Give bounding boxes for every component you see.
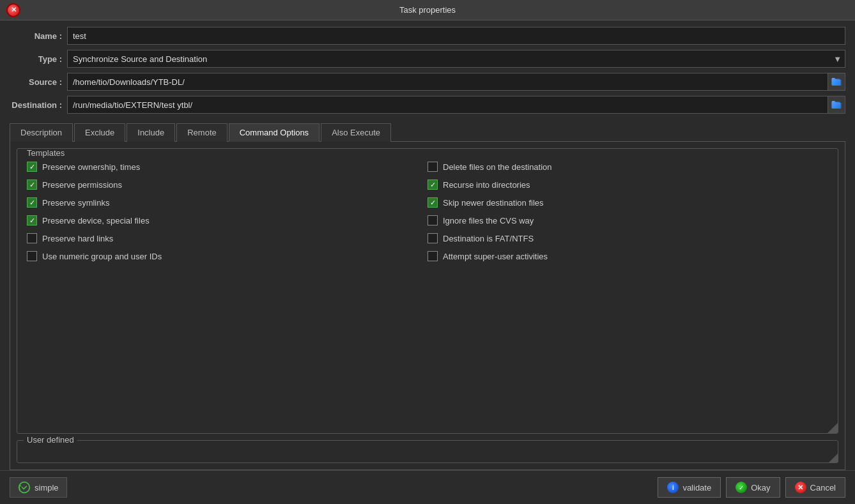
tab-command-options[interactable]: Command Options <box>229 123 320 142</box>
checkbox-preserve-ownership-box[interactable] <box>27 162 37 172</box>
checkbox-preserve-permissions-box[interactable] <box>27 179 37 190</box>
simple-label: simple <box>35 483 59 493</box>
window-title: Task properties <box>399 5 456 15</box>
cancel-label: Cancel <box>810 483 836 493</box>
cancel-icon: ✕ <box>795 482 806 493</box>
checkbox-skip-newer-box[interactable] <box>427 197 438 208</box>
user-defined-group: User defined <box>17 440 838 463</box>
checkbox-destination-fat-box[interactable] <box>427 233 438 243</box>
checkbox-delete-files-label: Delete files on the destination <box>443 162 552 172</box>
name-row: Name : <box>10 27 845 45</box>
type-select-wrapper: Synchronize Source and Destination ▼ <box>67 50 845 68</box>
action-buttons: i validate ✓ Okay ✕ Cancel <box>658 477 845 498</box>
templates-group: Templates Preserve ownership, times Pres… <box>17 148 838 434</box>
checkbox-preserve-hard-links[interactable]: Preserve hard links <box>27 233 427 243</box>
checkbox-destination-fat[interactable]: Destination is FAT/NTFS <box>427 233 828 243</box>
checkbox-preserve-hard-links-box[interactable] <box>27 233 37 243</box>
name-label: Name : <box>10 31 67 41</box>
checkbox-super-user-label: Attempt super-user activities <box>443 252 548 261</box>
group-box-corner-icon <box>825 420 838 433</box>
checkbox-preserve-symlinks-box[interactable] <box>27 197 37 208</box>
destination-input[interactable] <box>67 96 828 114</box>
checkbox-preserve-symlinks[interactable]: Preserve symlinks <box>27 197 427 208</box>
checkbox-preserve-permissions[interactable]: Preserve permissions <box>27 179 427 190</box>
checkbox-super-user-box[interactable] <box>427 251 438 261</box>
checkbox-preserve-permissions-label: Preserve permissions <box>42 180 122 190</box>
close-button[interactable]: ✕ <box>6 3 20 17</box>
checkbox-destination-fat-label: Destination is FAT/NTFS <box>443 234 534 243</box>
source-row: Source : <box>10 73 845 91</box>
checkbox-super-user[interactable]: Attempt super-user activities <box>427 251 828 261</box>
checkbox-skip-newer[interactable]: Skip newer destination files <box>427 197 828 208</box>
name-input[interactable] <box>67 27 845 45</box>
checkbox-ignore-cvs-label: Ignore files the CVS way <box>443 216 534 225</box>
validate-button[interactable]: i validate <box>658 477 721 498</box>
checkbox-preserve-ownership-label: Preserve ownership, times <box>42 162 140 172</box>
source-input[interactable] <box>67 73 828 91</box>
checkbox-ignore-cvs-box[interactable] <box>427 215 438 225</box>
checkbox-preserve-device-box[interactable] <box>27 215 37 225</box>
tab-also-execute[interactable]: Also Execute <box>321 123 391 142</box>
checkbox-delete-files[interactable]: Delete files on the destination <box>427 162 828 172</box>
checkboxes-left-col: Preserve ownership, times Preserve permi… <box>27 162 427 427</box>
tabs-bar: Description Exclude Include Remote Comma… <box>10 123 845 142</box>
checkbox-preserve-symlinks-label: Preserve symlinks <box>42 198 109 208</box>
destination-input-group <box>67 96 845 114</box>
folder-icon <box>831 99 842 111</box>
titlebar: ✕ Task properties <box>0 0 855 20</box>
okay-label: Okay <box>751 483 770 493</box>
source-folder-button[interactable] <box>828 73 845 91</box>
destination-folder-button[interactable] <box>828 96 845 114</box>
validate-icon: i <box>667 482 679 493</box>
checkboxes-right-col: Delete files on the destination Recurse … <box>427 162 828 427</box>
checkbox-use-numeric-label: Use numeric group and user IDs <box>42 252 162 261</box>
templates-group-title: Templates <box>24 148 68 158</box>
simple-button[interactable]: simple <box>10 477 67 498</box>
checkbox-ignore-cvs[interactable]: Ignore files the CVS way <box>427 215 828 225</box>
okay-button[interactable]: ✓ Okay <box>726 477 780 498</box>
main-content: Name : Type : Synchronize Source and Des… <box>0 20 855 470</box>
tab-exclude[interactable]: Exclude <box>74 123 125 142</box>
svg-point-0 <box>19 482 30 493</box>
checkbox-preserve-ownership[interactable]: Preserve ownership, times <box>27 162 427 172</box>
destination-label: Destination : <box>10 100 67 110</box>
destination-row: Destination : <box>10 96 845 114</box>
checkbox-delete-files-box[interactable] <box>427 162 438 172</box>
checkbox-preserve-hard-links-label: Preserve hard links <box>42 234 113 243</box>
checkbox-skip-newer-label: Skip newer destination files <box>443 198 544 208</box>
user-defined-title: User defined <box>24 435 77 445</box>
checkbox-preserve-device[interactable]: Preserve device, special files <box>27 215 427 225</box>
source-input-group <box>67 73 845 91</box>
simple-icon <box>18 481 31 494</box>
type-row: Type : Synchronize Source and Destinatio… <box>10 50 845 68</box>
bottom-bar: simple i validate ✓ Okay ✕ Cancel <box>0 470 855 504</box>
checkbox-recurse-dirs-label: Recurse into directories <box>443 180 530 190</box>
source-label: Source : <box>10 77 67 87</box>
cancel-button[interactable]: ✕ Cancel <box>785 477 845 498</box>
checkbox-recurse-dirs-box[interactable] <box>427 179 438 190</box>
tab-include[interactable]: Include <box>127 123 175 142</box>
validate-label: validate <box>682 483 711 493</box>
type-select[interactable]: Synchronize Source and Destination <box>67 50 845 68</box>
okay-icon: ✓ <box>736 482 747 493</box>
checkboxes-area: Preserve ownership, times Preserve permi… <box>17 149 838 433</box>
checkbox-use-numeric[interactable]: Use numeric group and user IDs <box>27 251 427 261</box>
tab-content: Templates Preserve ownership, times Pres… <box>10 142 845 470</box>
checkbox-recurse-dirs[interactable]: Recurse into directories <box>427 179 828 190</box>
type-label: Type : <box>10 54 67 64</box>
tab-description[interactable]: Description <box>10 123 73 142</box>
checkbox-use-numeric-box[interactable] <box>27 251 37 261</box>
tab-remote[interactable]: Remote <box>176 123 227 142</box>
user-defined-corner-icon <box>828 452 838 462</box>
checkbox-preserve-device-label: Preserve device, special files <box>42 216 150 225</box>
folder-icon <box>831 76 842 88</box>
